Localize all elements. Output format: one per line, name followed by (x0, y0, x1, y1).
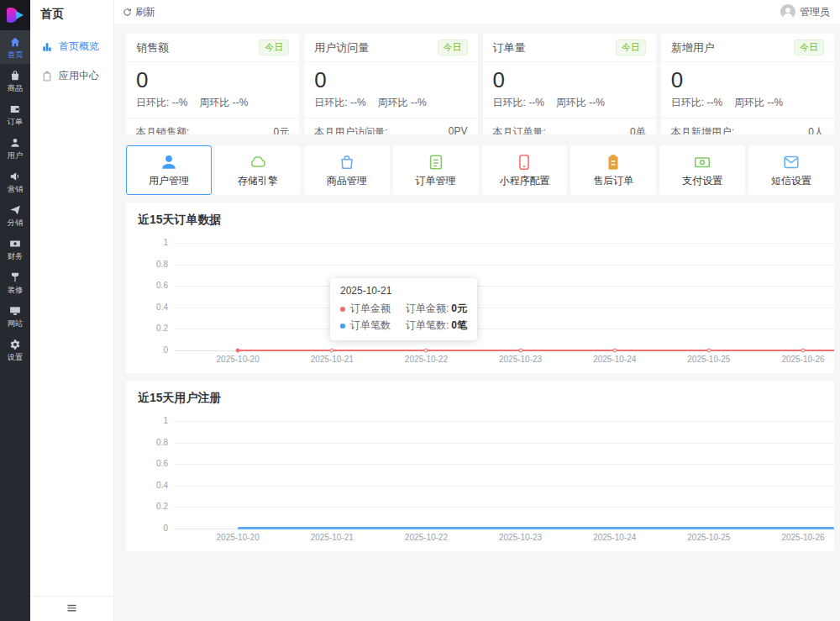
x-axis-tick-label: 2025-10-21 (311, 533, 354, 542)
user-menu[interactable]: 管理员 (780, 4, 830, 19)
tooltip-date: 2025-10-21 (340, 285, 467, 297)
x-axis-tick-label: 2025-10-20 (217, 355, 260, 364)
shortcut-goods-management[interactable]: 商品管理 (304, 145, 390, 195)
week-ratio: 周环比 --% (378, 97, 427, 108)
tooltip-series-name: 订单笔数 (350, 318, 397, 333)
sidebar-item-finance[interactable]: 财务 (0, 232, 30, 266)
y-axis-tick-label: 0.4 (138, 481, 168, 491)
submenu-item-overview[interactable]: 首页概览 (30, 32, 113, 61)
sidebar-item-home[interactable]: 首页 (0, 30, 30, 64)
plane-icon (9, 204, 21, 216)
x-axis-tick-label: 2025-10-25 (687, 355, 730, 364)
bag-outline-icon (338, 153, 356, 171)
x-axis: 2025-10-202025-10-212025-10-222025-10-23… (175, 350, 834, 365)
stat-card-sales: 销售额今日0日环比: --%周环比 --%本月销售额:0元 (126, 34, 299, 134)
x-axis: 2025-10-202025-10-212025-10-222025-10-23… (175, 529, 834, 543)
stat-card-footer: 本月销售额:0元 (126, 118, 299, 134)
x-axis-tick-label: 2025-10-25 (687, 533, 730, 542)
shortcut-order-management[interactable]: 订单管理 (393, 145, 479, 195)
stat-card-ratios: 日环比: --%周环比 --% (483, 93, 656, 118)
chart-plot[interactable]: 10.80.60.40.202025-10-21订单金额订单金额:0元订单笔数订… (138, 243, 834, 365)
refresh-button[interactable]: 刷新 (123, 5, 155, 19)
stat-card-header: 订单量今日 (483, 34, 656, 62)
clipboard-icon (604, 153, 622, 171)
shortcut-label: 商品管理 (327, 174, 367, 188)
today-badge: 今日 (616, 39, 646, 55)
stat-card-header: 用户访问量今日 (304, 34, 477, 62)
submenu-item-label: 应用中心 (59, 69, 99, 83)
shortcut-storage-engine[interactable]: 存储引擎 (215, 145, 301, 195)
shortcut-user-management[interactable]: 用户管理 (126, 145, 212, 195)
day-ratio: 日环比: --% (136, 97, 187, 108)
stat-card-value: 0 (661, 62, 834, 93)
footer-label: 本月订单量: (493, 125, 546, 134)
primary-nav: 首页商品订单用户营销分销财务装修网站设置 (0, 30, 30, 366)
sidebar-item-orders[interactable]: 订单 (0, 97, 30, 131)
gridline (175, 421, 834, 422)
wallet-icon (9, 103, 21, 115)
main-area: 刷新 管理员 销售额今日0日环比: --%周环比 --%本月销售额:0元用户访问… (114, 0, 840, 621)
horn-icon (9, 171, 21, 182)
sidebar-item-goods[interactable]: 商品 (0, 64, 30, 97)
day-ratio: 日环比: --% (493, 97, 544, 108)
tooltip-detail-label: 订单金额: (406, 302, 449, 316)
chart-card-orders: 近15天订单数据10.80.60.40.202025-10-21订单金额订单金额… (126, 203, 834, 373)
stat-card-new-users: 新增用户今日0日环比: --%周环比 --%本月新增用户:0人 (661, 34, 834, 134)
sidebar-item-marketing[interactable]: 营销 (0, 165, 30, 198)
shortcut-sms-settings[interactable]: 短信设置 (748, 145, 834, 195)
shortcut-miniprogram-config[interactable]: 小程序配置 (482, 145, 568, 195)
day-ratio: 日环比: --% (671, 97, 722, 108)
chart-title: 近15天订单数据 (138, 211, 834, 228)
refresh-label: 刷新 (135, 5, 155, 19)
sidebar-collapse-button[interactable] (62, 598, 81, 620)
stat-card-header: 新增用户今日 (661, 34, 834, 62)
money-outline-icon (693, 153, 711, 171)
x-axis-tick-label: 2025-10-24 (593, 533, 636, 542)
stat-card-orders: 订单量今日0日环比: --%周环比 --%本月订单量:0单 (483, 34, 656, 134)
sidebar-item-settings[interactable]: 设置 (0, 333, 30, 366)
tooltip-detail-label: 订单笔数: (406, 318, 449, 333)
submenu-item-app-center[interactable]: 应用中心 (30, 61, 113, 91)
gridline (175, 329, 834, 329)
shortcut-payment-settings[interactable]: 支付设置 (659, 145, 745, 195)
gear-icon (9, 339, 21, 350)
sidebar-item-website[interactable]: 网站 (0, 299, 30, 333)
chart-tooltip: 2025-10-21订单金额订单金额:0元订单笔数订单笔数:0笔 (330, 278, 477, 340)
logo-play-icon (16, 11, 24, 19)
sidebar-item-decorate[interactable]: 装修 (0, 266, 30, 299)
tooltip-value: 0笔 (451, 318, 467, 333)
app-logo[interactable] (0, 0, 30, 30)
stat-card-ratios: 日环比: --%周环比 --% (304, 93, 477, 118)
footer-label: 本月用户访问量: (314, 125, 387, 134)
footer-value: 0单 (630, 125, 646, 134)
week-ratio: 周环比 --% (556, 97, 605, 108)
stat-card-value: 0 (483, 62, 656, 93)
money-icon (9, 238, 21, 250)
tooltip-row: 订单金额订单金额:0元 (340, 302, 467, 316)
shortcut-label: 小程序配置 (499, 174, 549, 188)
mail-icon (782, 153, 801, 171)
chart-title: 近15天用户注册 (138, 389, 834, 406)
stat-card-visits: 用户访问量今日0日环比: --%周环比 --%本月用户访问量:0PV (304, 34, 477, 134)
stat-card-header: 销售额今日 (126, 34, 299, 62)
footer-value: 0PV (449, 125, 468, 134)
y-axis-tick-label: 0.4 (138, 303, 168, 313)
today-badge: 今日 (259, 39, 289, 55)
secondary-nav: 首页概览应用中心 (30, 32, 113, 91)
x-axis-tick-label: 2025-10-23 (499, 355, 542, 364)
gridline (175, 308, 834, 308)
stat-card-title: 订单量 (493, 40, 526, 55)
chart-plot[interactable]: 10.80.60.40.202025-10-202025-10-212025-1… (138, 421, 834, 543)
shortcut-aftersale-orders[interactable]: 售后订单 (570, 145, 656, 195)
sidebar-item-users[interactable]: 用户 (0, 131, 30, 165)
stat-card-footer: 本月订单量:0单 (483, 118, 656, 134)
today-badge: 今日 (438, 39, 468, 55)
paint-icon (9, 271, 21, 283)
sidebar-item-distribution[interactable]: 分销 (0, 198, 30, 232)
stat-card-value: 0 (126, 62, 299, 93)
shortcut-label: 存储引擎 (238, 174, 278, 188)
gridline (175, 443, 834, 444)
app-center-icon (41, 71, 53, 82)
sidebar-item-label: 商品 (8, 83, 23, 92)
primary-sidebar: 首页商品订单用户营销分销财务装修网站设置 (0, 0, 30, 621)
